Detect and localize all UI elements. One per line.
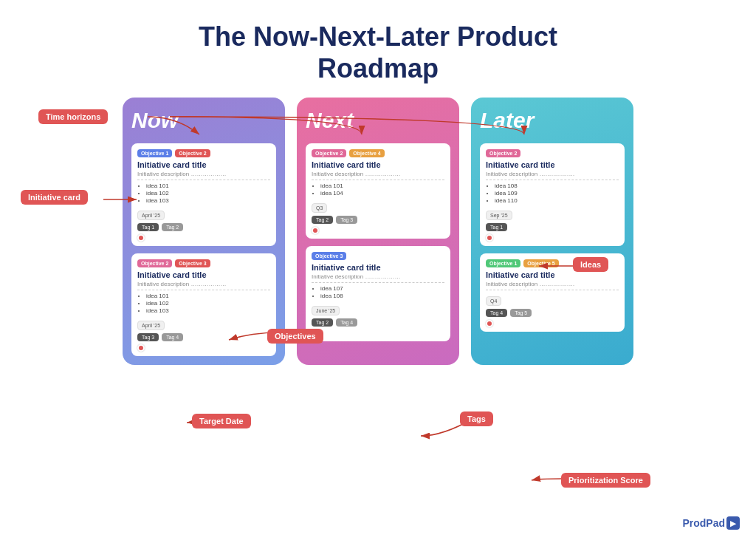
target-date-label: Target Date — [192, 414, 251, 428]
card-next-2-date: June '25 — [312, 306, 340, 315]
tag-item: Tag 2 — [162, 223, 183, 231]
card-next-1-tags: Tag 2 Tag 3 — [312, 216, 444, 224]
card-next-1-ideas: idea 101 idea 104 — [312, 182, 444, 197]
divider — [137, 290, 270, 290]
card-next-2-ideas: idea 107 idea 108 — [312, 285, 444, 299]
idea-item: idea 101 — [146, 182, 270, 189]
card-next-2: Objective 3 Initiative card title Initia… — [306, 246, 450, 341]
card-now-1-date: April '25 — [137, 211, 165, 220]
card-next-1-desc: Initiative description ……………… — [312, 171, 444, 177]
ideas-label: Ideas — [573, 257, 608, 272]
card-now-1-ideas: idea 101 idea 102 idea 103 — [137, 182, 270, 204]
column-now-title: Now — [131, 108, 276, 133]
tag-item: Tag 2 — [312, 318, 333, 327]
tag-item: Tag 1 — [486, 223, 507, 231]
card-now-2-date: April '25 — [137, 321, 165, 330]
tag-item: Tag 4 — [486, 309, 507, 317]
tag-item: Tag 4 — [336, 318, 357, 327]
card-next-2-tags: Tag 2 Tag 4 — [312, 318, 444, 327]
card-later-2-title: Initiative card title — [486, 270, 619, 279]
tag-item: Tag 1 — [137, 223, 159, 231]
idea-item: idea 101 — [146, 293, 270, 299]
card-next-1-date: Q3 — [312, 203, 327, 213]
idea-item: idea 102 — [146, 300, 270, 307]
column-later-title: Later — [480, 108, 625, 133]
card-now-1-title: Initiative card title — [137, 160, 270, 169]
idea-item: idea 101 — [320, 182, 444, 189]
card-later-2-desc: Initiative description ……………… — [486, 281, 619, 287]
column-next: Next Objective 2 Objective 4 Initiative … — [297, 98, 459, 365]
card-now-2-tags: Tag 3 Tag 4 — [137, 333, 270, 341]
card-later-1-ideas: idea 108 idea 109 idea 110 — [486, 182, 619, 204]
idea-item: idea 103 — [146, 197, 270, 204]
obj-tag: Objective 4 — [349, 149, 384, 157]
time-horizons-label: Time horizons — [38, 109, 108, 124]
prodpad-logo: ProdPad ▶ — [682, 516, 740, 530]
prodpad-icon: ▶ — [726, 516, 740, 530]
tag-item: Tag 5 — [510, 309, 532, 317]
card-next-1-title: Initiative card title — [312, 160, 444, 169]
tag-item: Tag 3 — [137, 333, 159, 341]
idea-item: idea 103 — [146, 307, 270, 314]
idea-item: idea 109 — [495, 190, 619, 197]
roadmap-area: Now Objective 1 Objective 2 Initiative c… — [15, 98, 741, 365]
divider — [137, 180, 270, 180]
tag-item: Tag 3 — [336, 216, 357, 224]
card-now-1-objectives: Objective 1 Objective 2 — [137, 149, 270, 157]
obj-tag: Objective 1 — [137, 149, 172, 157]
tags-label: Tags — [460, 411, 493, 426]
idea-item: idea 110 — [495, 197, 619, 204]
score-dot — [486, 234, 493, 242]
card-next-2-title: Initiative card title — [312, 263, 444, 272]
obj-tag: Objective 3 — [175, 259, 210, 267]
card-now-2-desc: Initiative description ……………… — [137, 281, 270, 287]
card-later-2-tags: Tag 4 Tag 5 — [486, 309, 619, 317]
idea-item: idea 104 — [320, 190, 444, 197]
card-next-2-desc: Initiative description ……………… — [312, 273, 444, 280]
obj-tag: Objective 2 — [137, 259, 172, 267]
card-later-1-objectives: Objective 2 — [486, 149, 619, 157]
tag-item: Tag 2 — [312, 216, 333, 224]
column-next-title: Next — [306, 108, 450, 133]
initiative-card-label: Initiative card — [21, 190, 88, 205]
obj-tag: Objective 5 — [523, 259, 558, 267]
card-now-1-tags: Tag 1 Tag 2 — [137, 223, 270, 231]
tag-item: Tag 4 — [162, 333, 183, 341]
card-next-1: Objective 2 Objective 4 Initiative card … — [306, 143, 450, 239]
divider — [312, 282, 444, 283]
card-now-2-title: Initiative card title — [137, 270, 270, 279]
card-later-1-title: Initiative card title — [486, 160, 619, 169]
card-next-2-objectives: Objective 3 — [312, 252, 444, 260]
page-wrapper: The Now-Next-Later Product Roadmap Time … — [0, 0, 756, 543]
card-now-2: Objective 2 Objective 3 Initiative card … — [131, 253, 276, 356]
divider — [486, 180, 619, 180]
score-dot — [486, 320, 493, 327]
idea-item: idea 108 — [495, 182, 619, 189]
obj-tag: Objective 2 — [175, 149, 210, 157]
score-dot — [312, 227, 319, 234]
objectives-label: Objectives — [267, 329, 323, 344]
card-now-2-ideas: idea 101 idea 102 idea 103 — [137, 293, 270, 314]
card-next-1-objectives: Objective 2 Objective 4 — [312, 149, 444, 157]
idea-item: idea 108 — [320, 293, 444, 299]
page-title: The Now-Next-Later Product Roadmap — [15, 21, 741, 84]
obj-tag: Objective 2 — [486, 149, 520, 157]
card-later-1-desc: Initiative description ……………… — [486, 171, 619, 177]
card-later-1-tags: Tag 1 — [486, 223, 619, 231]
column-later: Later Objective 2 Initiative card title … — [471, 98, 633, 365]
card-later-1-date: Sep '25 — [486, 211, 512, 220]
prioritization-score-label: Prioritization Score — [561, 473, 650, 488]
prodpad-label: ProdPad — [682, 517, 725, 529]
card-now-1-desc: Initiative description ……………… — [137, 171, 270, 177]
column-now: Now Objective 1 Objective 2 Initiative c… — [123, 98, 285, 365]
divider — [312, 180, 444, 180]
obj-tag: Objective 3 — [312, 252, 346, 260]
card-now-1: Objective 1 Objective 2 Initiative card … — [131, 143, 276, 246]
card-later-1: Objective 2 Initiative card title Initia… — [480, 143, 625, 246]
card-later-2-date: Q4 — [486, 296, 501, 306]
card-now-2-objectives: Objective 2 Objective 3 — [137, 259, 270, 267]
idea-item: idea 107 — [320, 285, 444, 292]
divider — [486, 290, 619, 290]
obj-tag: Objective 2 — [312, 149, 346, 157]
obj-tag: Objective 1 — [486, 259, 520, 267]
